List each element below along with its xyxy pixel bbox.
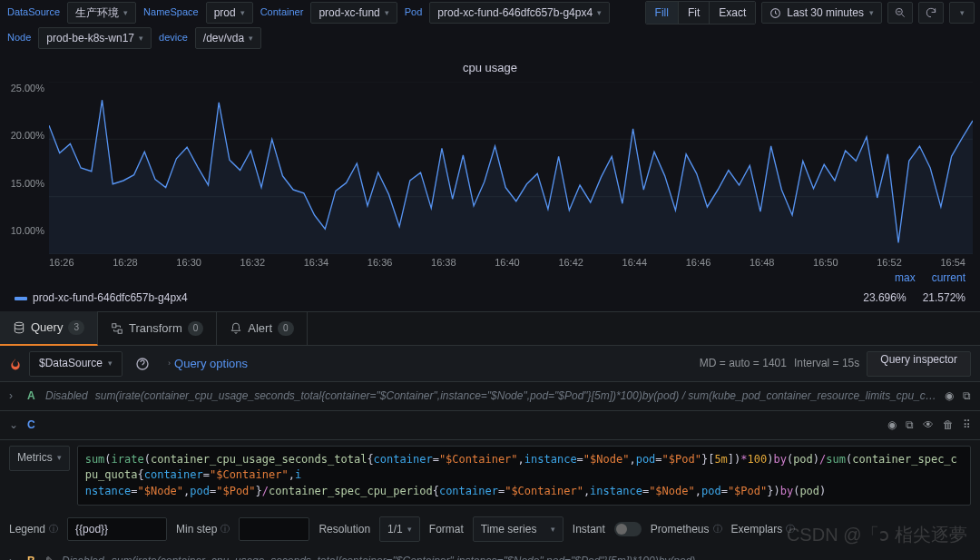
delete-icon[interactable]: 🗑 (943, 418, 954, 433)
query-expr-b: sum(irate(container_cpu_usage_seconds_to… (112, 554, 971, 560)
toggle-visibility-icon[interactable]: ◉ (945, 388, 954, 404)
time-range-select[interactable]: Last 30 minutes▾ (761, 2, 882, 24)
chart-title: cpu usage (7, 54, 973, 82)
query-row-a[interactable]: › A Disabled sum(irate(container_cpu_usa… (0, 382, 980, 411)
chevron-down-icon: ▾ (385, 7, 389, 19)
pod-select[interactable]: prod-xc-fund-646dfc657b-g4px4▾ (429, 2, 610, 24)
chevron-right-icon: › (168, 358, 171, 369)
query-ref-c: C (27, 418, 38, 433)
namespace-select[interactable]: prod▾ (206, 2, 253, 24)
expand-icon[interactable]: › (9, 388, 20, 404)
duplicate-icon[interactable]: ⧉ (906, 418, 914, 433)
transform-count-badge: 0 (188, 321, 204, 336)
svg-point-6 (15, 322, 23, 326)
namespace-label: NameSpace (142, 5, 201, 19)
query-c-options-row: Legend ⓘ Min step ⓘ Resolution 1/1▾ Form… (0, 511, 980, 547)
chevron-down-icon: ▾ (139, 33, 143, 44)
chevron-down-icon: ▾ (960, 7, 965, 19)
format-select[interactable]: Time series▾ (473, 516, 564, 542)
node-label: Node (5, 31, 33, 44)
info-icon[interactable]: ⓘ (713, 523, 722, 535)
node-select[interactable]: prod-be-k8s-wn17▾ (38, 27, 152, 49)
chart-plot[interactable] (49, 82, 973, 254)
info-icon[interactable]: ⓘ (49, 523, 58, 535)
duplicate-icon[interactable]: ⧉ (963, 388, 971, 404)
query-disabled-label: Disabled (45, 388, 88, 404)
info-icon[interactable]: ⓘ (786, 523, 795, 535)
refresh-interval-button[interactable]: ▾ (949, 2, 975, 24)
container-select[interactable]: prod-xc-fund▾ (310, 2, 397, 24)
tab-transform[interactable]: Transform0 (98, 311, 217, 346)
expand-icon[interactable]: › (9, 554, 20, 560)
database-icon (13, 321, 25, 334)
query-count-badge: 3 (68, 320, 84, 335)
container-label: Container (259, 5, 306, 19)
datasource-label: DataSource (5, 5, 62, 19)
device-select[interactable]: /dev/vda▾ (195, 27, 261, 49)
legend-head-max[interactable]: max (895, 270, 916, 286)
instant-toggle[interactable] (614, 522, 642, 536)
legend-current-value: 21.572% (923, 290, 965, 306)
chevron-down-icon: ▾ (249, 33, 253, 44)
svg-rect-8 (118, 329, 122, 333)
bell-icon (230, 322, 242, 335)
transform-icon (111, 322, 123, 335)
chevron-down-icon: ▾ (240, 7, 245, 19)
fill-button[interactable]: Fill (646, 2, 679, 24)
collapse-icon[interactable]: ⌄ (9, 418, 20, 433)
prometheus-label: Prometheus ⓘ (651, 522, 722, 537)
exemplars-label: Exemplars ⓘ (731, 522, 796, 537)
fit-mode-group[interactable]: Fill Fit Exact (645, 1, 757, 25)
chevron-down-icon: ▾ (57, 452, 62, 464)
chevron-down-icon: ▾ (407, 524, 412, 535)
query-row-c[interactable]: ⌄ C ◉ ⧉ 👁 🗑 ⠿ (0, 411, 980, 440)
minstep-input[interactable] (239, 517, 309, 541)
prometheus-icon (9, 358, 22, 370)
refresh-button[interactable] (918, 2, 944, 24)
legend-head-current[interactable]: current (932, 270, 965, 286)
fit-button[interactable]: Fit (679, 2, 710, 24)
alert-count-badge: 0 (278, 321, 294, 336)
query-options-toggle[interactable]: ›Query options (162, 356, 253, 372)
exact-button[interactable]: Exact (710, 2, 755, 24)
clock-icon (769, 7, 781, 19)
query-ref-a: A (27, 388, 38, 404)
query-row-b[interactable]: › B ✎ Disabled sum(irate(container_cpu_u… (0, 547, 980, 560)
query-inspector-button[interactable]: Query inspector (867, 351, 971, 377)
toggle-visibility-icon[interactable]: ◉ (887, 418, 897, 433)
datasource-help-button[interactable] (130, 351, 155, 377)
info-icon[interactable]: ⓘ (220, 523, 230, 535)
legend-input[interactable] (67, 517, 167, 541)
x-axis: 16:2616:2816:3016:3216:3416:3616:3816:40… (7, 254, 973, 270)
legend-entry[interactable]: prod-xc-fund-646dfc657b-g4px4 23.696% 21… (7, 285, 973, 311)
pod-label: Pod (403, 5, 425, 19)
legend-max-value: 23.696% (863, 290, 906, 306)
y-axis: 25.00%20.00%15.00%10.00% (7, 82, 49, 254)
hide-response-icon[interactable]: 👁 (923, 418, 934, 433)
svg-rect-7 (113, 324, 116, 328)
legend-header: max current (7, 270, 973, 286)
zoom-out-button[interactable] (887, 2, 913, 24)
query-expr-a: sum(irate(container_cpu_usage_seconds_to… (95, 388, 937, 404)
chevron-down-icon: ▾ (597, 7, 602, 19)
device-label: device (157, 31, 190, 44)
format-label: Format (429, 522, 464, 537)
query-interval-info: Interval = 15s (794, 356, 859, 371)
edit-icon[interactable]: ✎ (45, 554, 54, 560)
instant-label: Instant (573, 522, 605, 537)
drag-handle-icon[interactable]: ⠿ (963, 418, 971, 433)
legend-swatch (15, 297, 27, 300)
datasource-picker[interactable]: $DataSource▾ (29, 351, 122, 377)
query-disabled-label: Disabled (62, 554, 104, 560)
query-md-info: MD = auto = 1401 (700, 356, 787, 371)
resolution-select[interactable]: 1/1▾ (379, 516, 420, 542)
metrics-browser-toggle[interactable]: Metrics▾ (9, 446, 70, 471)
datasource-select[interactable]: 生产环境▾ (67, 2, 136, 24)
tab-alert[interactable]: Alert0 (217, 311, 307, 346)
chevron-down-icon: ▾ (869, 7, 874, 19)
minstep-label: Min step ⓘ (176, 522, 230, 537)
tab-query[interactable]: Query3 (0, 311, 98, 346)
query-ref-b: B (27, 554, 38, 560)
query-c-code-editor[interactable]: sum(irate(container_cpu_usage_seconds_to… (77, 446, 971, 506)
query-c-editor-row: Metrics▾ sum(irate(container_cpu_usage_s… (0, 440, 980, 511)
